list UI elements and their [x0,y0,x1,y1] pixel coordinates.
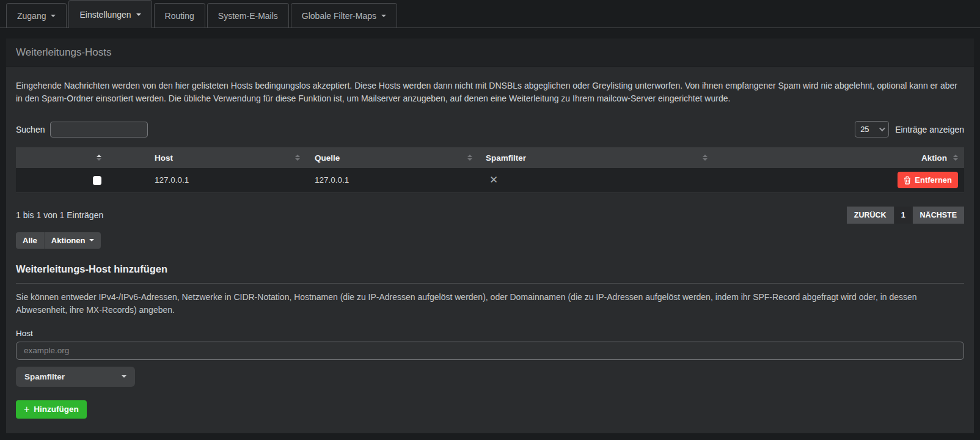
caret-down-icon [89,239,94,241]
remove-button[interactable]: Entfernen [898,172,958,188]
add-button[interactable]: + Hinzufügen [16,400,87,419]
caret-down-icon [381,15,386,17]
caret-down-icon [51,15,56,17]
bulk-actions-label: Aktionen [51,236,86,245]
tab-routing[interactable]: Routing [154,3,205,28]
sort-icons [953,155,958,161]
search-input[interactable] [50,122,148,138]
sort-icons [467,155,472,161]
divider [16,283,964,284]
pagination-prev-button[interactable]: ZURÜCK [847,207,894,224]
forwarding-hosts-table: Host Quelle Spamfilter Aktion [16,147,964,193]
tab-einstellungen[interactable]: Einstellungen [68,0,152,28]
tab-label: System-E-Mails [218,11,278,21]
spamfilter-disabled-icon: ✕ [489,174,498,186]
sort-icons [295,155,300,161]
column-label: Aktion [921,153,947,163]
table-footer: 1 bis 1 von 1 Einträgen ZURÜCK 1 NÄCHSTE [16,207,964,224]
spamfilter-dropdown[interactable]: Spamfilter [16,367,135,387]
pagination-current-page[interactable]: 1 [895,207,912,224]
tab-label: Routing [165,11,194,21]
tab-label: Einstellungen [79,10,131,20]
column-header-aktion[interactable]: Aktion [714,147,964,168]
chevron-down-icon [879,125,885,131]
column-label: Spamfilter [486,153,526,163]
pagination: ZURÜCK 1 NÄCHSTE [847,207,964,224]
column-header-select[interactable] [16,147,108,168]
bulk-actions-group: Alle Aktionen [16,232,101,249]
add-section-title: Weiterleitungs-Host hinzufügen [16,263,964,275]
table-row: 127.0.0.1 127.0.0.1 ✕ Entfernen [16,168,964,193]
bulk-actions-button[interactable]: Aktionen [45,232,101,249]
add-section-description: Sie können entweder IPv4-/IPv6-Adressen,… [16,291,964,317]
tab-label: Globale Filter-Maps [302,11,376,21]
sort-icons [703,155,708,161]
cell-quelle: 127.0.0.1 [306,168,478,193]
forwarding-hosts-panel: Weiterleitungs-Hosts Eingehende Nachrich… [6,38,974,433]
column-header-quelle[interactable]: Quelle [306,147,478,168]
add-button-label: Hinzufügen [34,405,79,414]
panel-body: Eingehende Nachrichten werden von den hi… [6,67,974,433]
host-input[interactable] [16,342,964,360]
pagination-next-button[interactable]: NÄCHSTE [913,207,964,224]
table-controls: Suchen 25 Einträge anzeigen [16,121,964,138]
page-size-value: 25 [860,125,869,134]
entries-info: 1 bis 1 von 1 Einträgen [16,210,103,220]
remove-button-label: Entfernen [915,175,952,185]
panel-header: Weiterleitungs-Hosts [6,38,974,67]
host-field-label: Host [16,329,964,338]
page-size-suffix: Einträge anzeigen [895,125,964,134]
column-label: Quelle [315,153,340,163]
panel-description: Eingehende Nachrichten werden von den hi… [16,79,964,105]
trash-icon [904,176,911,185]
search-label: Suchen [16,125,45,134]
table-header-row: Host Quelle Spamfilter Aktion [16,147,964,168]
tab-globale-filter-maps[interactable]: Globale Filter-Maps [291,3,397,28]
sort-icons [97,155,101,161]
tab-bar: Zugang Einstellungen Routing System-E-Ma… [0,0,980,28]
column-label: Host [155,153,173,163]
tab-zugang[interactable]: Zugang [6,3,67,28]
column-header-host[interactable]: Host [108,147,306,168]
spamfilter-dropdown-label: Spamfilter [24,372,65,381]
select-all-button[interactable]: Alle [16,232,45,249]
tab-label: Zugang [17,11,46,21]
row-checkbox[interactable] [93,176,101,185]
caret-down-icon [122,375,126,378]
plus-icon: + [24,405,29,414]
caret-down-icon [136,13,141,16]
column-header-spamfilter[interactable]: Spamfilter [478,147,714,168]
tab-system-e-mails[interactable]: System-E-Mails [207,3,289,28]
page-title: Weiterleitungs-Hosts [16,46,112,59]
page-size-select[interactable]: 25 [855,121,889,138]
cell-host: 127.0.0.1 [108,168,306,193]
